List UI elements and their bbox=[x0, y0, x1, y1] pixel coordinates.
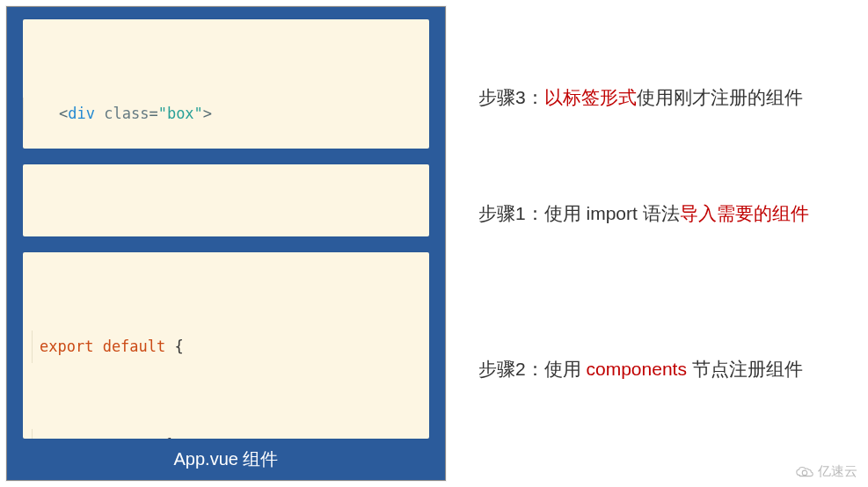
code-block-template: <div class="box"> <Left></Left> </div> bbox=[23, 19, 429, 149]
step-1-text: 步骤1：使用 import 语法导入需要的组件 bbox=[478, 200, 861, 228]
watermark: 亿速云 bbox=[795, 463, 857, 480]
cloud-icon bbox=[795, 465, 814, 479]
code-line: export default { bbox=[32, 331, 420, 363]
description-panel: 步骤3：以标签形式使用刚才注册的组件 步骤1：使用 import 语法导入需要的… bbox=[452, 0, 868, 487]
code-line: components: { bbox=[32, 429, 420, 439]
code-block-import: import Left from '@/components/Left.vue' bbox=[23, 164, 429, 236]
watermark-text: 亿速云 bbox=[818, 463, 857, 480]
code-line: <div class="box"> bbox=[23, 98, 420, 130]
code-panel: <div class="box"> <Left></Left> </div> i… bbox=[6, 6, 446, 481]
step-2-text: 步骤2：使用 components 节点注册组件 bbox=[478, 355, 861, 383]
code-block-export: export default { components: { Left } } bbox=[23, 252, 429, 439]
step-3-text: 步骤3：以标签形式使用刚才注册的组件 bbox=[478, 84, 861, 112]
panel-caption: App.vue 组件 bbox=[23, 439, 429, 473]
